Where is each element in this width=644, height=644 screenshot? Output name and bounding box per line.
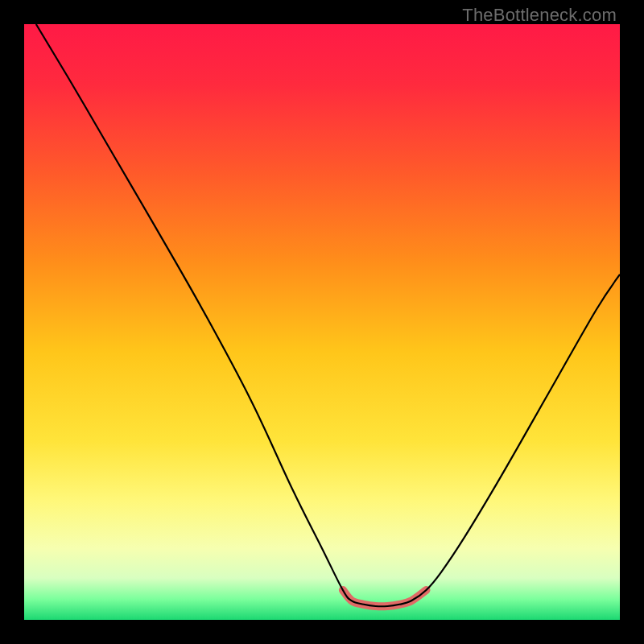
curves-layer	[24, 24, 620, 620]
main-curve	[36, 24, 620, 606]
watermark-text: TheBottleneck.com	[462, 5, 617, 26]
plot-area	[24, 24, 620, 620]
chart-frame: TheBottleneck.com	[0, 0, 644, 644]
highlight-segment	[343, 590, 427, 606]
